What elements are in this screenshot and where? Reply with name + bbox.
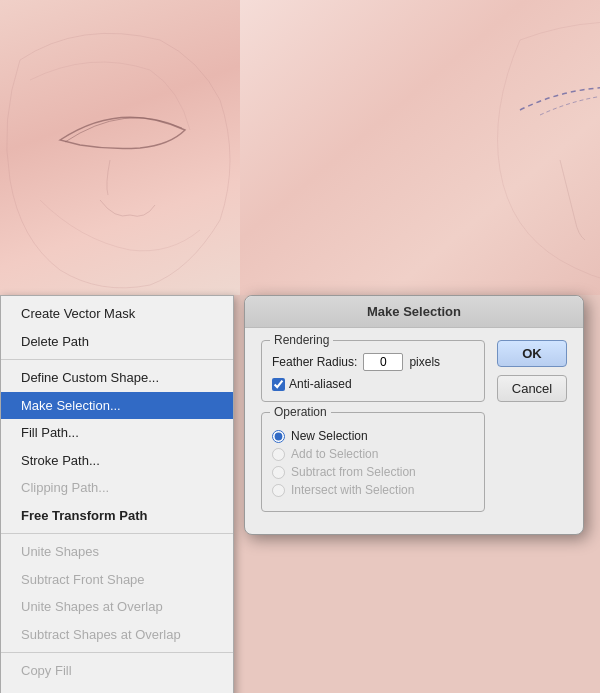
ok-button[interactable]: OK	[497, 340, 567, 367]
feather-row: Feather Radius: pixels	[272, 353, 474, 371]
menu-item-subtract-shapes-at-overlap: Subtract Shapes at Overlap	[1, 621, 233, 649]
radio-label-new-selection[interactable]: New Selection	[291, 429, 368, 443]
operation-row-new-selection: New Selection	[272, 429, 474, 443]
menu-item-fill-path[interactable]: Fill Path...	[1, 419, 233, 447]
dialog-content-row: Rendering Feather Radius: pixels Anti-al…	[261, 340, 567, 522]
rendering-group: Rendering Feather Radius: pixels Anti-al…	[261, 340, 485, 402]
cancel-button[interactable]: Cancel	[497, 375, 567, 402]
radio-subtract-from-selection	[272, 466, 285, 479]
sketch-left-svg	[0, 0, 240, 295]
dialog-title: Make Selection	[245, 296, 583, 328]
menu-item-define-custom-shape[interactable]: Define Custom Shape...	[1, 364, 233, 392]
radio-add-to-selection	[272, 448, 285, 461]
menu-item-clipping-path: Clipping Path...	[1, 474, 233, 502]
menu-item-copy-fill: Copy Fill	[1, 657, 233, 685]
menu-item-subtract-front-shape: Subtract Front Shape	[1, 566, 233, 594]
rendering-label: Rendering	[270, 333, 333, 347]
menu-item-make-selection[interactable]: Make Selection...	[1, 392, 233, 420]
separator-after-delete-path	[1, 359, 233, 360]
menu-item-unite-shapes: Unite Shapes	[1, 538, 233, 566]
canvas-area	[0, 0, 600, 295]
operation-row-add-to-selection: Add to Selection	[272, 447, 474, 461]
operation-row-intersect-with-selection: Intersect with Selection	[272, 483, 474, 497]
feather-radius-input[interactable]	[363, 353, 403, 371]
dialog-body: Rendering Feather Radius: pixels Anti-al…	[245, 328, 583, 534]
radio-intersect-with-selection	[272, 484, 285, 497]
menu-item-delete-path[interactable]: Delete Path	[1, 328, 233, 356]
separator-after-free-transform-path	[1, 533, 233, 534]
anti-aliased-label[interactable]: Anti-aliased	[289, 377, 352, 391]
separator-after-subtract-shapes-at-overlap	[1, 652, 233, 653]
canvas-left	[0, 0, 240, 295]
anti-aliased-row: Anti-aliased	[272, 377, 474, 391]
radio-label-add-to-selection: Add to Selection	[291, 447, 378, 461]
dialog-right-col: OK Cancel	[497, 340, 567, 522]
menu-item-copy-complete-stroke: Copy Complete Stroke	[1, 685, 233, 694]
operation-label: Operation	[270, 405, 331, 419]
radio-label-intersect-with-selection: Intersect with Selection	[291, 483, 414, 497]
pixels-label: pixels	[409, 355, 440, 369]
radio-label-subtract-from-selection: Subtract from Selection	[291, 465, 416, 479]
anti-aliased-checkbox[interactable]	[272, 378, 285, 391]
dialog-left-col: Rendering Feather Radius: pixels Anti-al…	[261, 340, 485, 522]
operation-radio-group: New SelectionAdd to SelectionSubtract fr…	[272, 429, 474, 497]
operation-group: Operation New SelectionAdd to SelectionS…	[261, 412, 485, 512]
sketch-right-svg	[480, 0, 600, 295]
feather-radius-label: Feather Radius:	[272, 355, 357, 369]
menu-item-free-transform-path[interactable]: Free Transform Path	[1, 502, 233, 530]
menu-item-create-vector-mask[interactable]: Create Vector Mask	[1, 300, 233, 328]
canvas-right	[240, 0, 600, 295]
radio-new-selection[interactable]	[272, 430, 285, 443]
menu-item-unite-shapes-at-overlap: Unite Shapes at Overlap	[1, 593, 233, 621]
make-selection-dialog: Make Selection Rendering Feather Radius:…	[244, 295, 584, 535]
context-menu: Create Vector MaskDelete PathDefine Cust…	[0, 295, 234, 693]
menu-item-stroke-path[interactable]: Stroke Path...	[1, 447, 233, 475]
operation-row-subtract-from-selection: Subtract from Selection	[272, 465, 474, 479]
